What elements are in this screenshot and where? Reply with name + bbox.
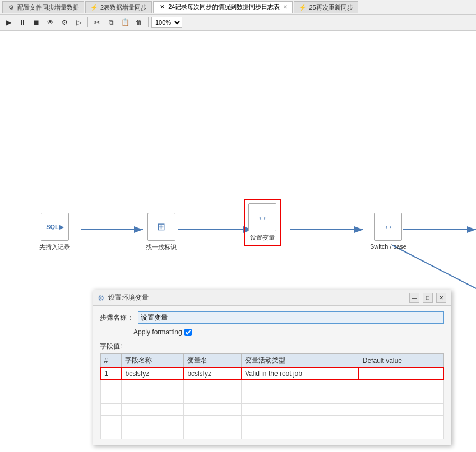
node-set-var-box[interactable]: ↔ <box>248 203 276 231</box>
apply-formatting-checkbox[interactable] <box>184 329 192 336</box>
tab-24log-close[interactable]: ✕ <box>283 4 288 10</box>
toolbar-sep1 <box>87 17 88 27</box>
tab-25resync-label: 25再次重新同步 <box>309 3 353 12</box>
toolbar-pause-btn[interactable]: ⏸ <box>16 16 29 29</box>
toolbar: ▶ ⏸ ⏹ 👁 ⚙ ▷ ✂ ⧉ 📋 🗑 100% 50% 75% 125% 15… <box>0 15 476 30</box>
toolbar-delete-btn[interactable]: 🗑 <box>133 16 145 29</box>
node-switch-box[interactable]: ↔ <box>374 213 402 241</box>
cell-field-name: bcslsfyz <box>122 367 184 380</box>
node-set-var-icon: ↔ <box>257 211 268 224</box>
node-set-var-wrapper: ↔ 设置变量 <box>244 199 281 246</box>
fields-label: 字段值: <box>100 342 444 351</box>
node-find-id-box[interactable]: ⊞ <box>147 213 175 241</box>
table-header-row: # 字段名称 变量名 变量活动类型 Default value <box>100 354 443 368</box>
env-var-table: # 字段名称 变量名 变量活动类型 Default value 1 bcslsf… <box>100 353 444 439</box>
dialog-maximize-btn[interactable]: □ <box>423 293 433 303</box>
toolbar-run-btn[interactable]: ▶ <box>2 16 15 29</box>
table-row-empty-1[interactable] <box>100 380 443 392</box>
toolbar-stop-btn[interactable]: ⏹ <box>30 16 43 29</box>
col-var-type: 变量活动类型 <box>241 354 359 368</box>
tab-24log-label: 24记录每次同步的情况到数据同步日志表 <box>168 3 280 11</box>
tab-2tables[interactable]: ⚡ 2表数据增量同步 <box>85 1 152 13</box>
table-row[interactable]: 1 bcslsfyz bcslsfyz Valid in the root jo… <box>100 367 443 380</box>
tab-2tables-label: 2表数据增量同步 <box>100 3 147 12</box>
node-switch-icon: ↔ <box>383 221 393 233</box>
dialog-set-env-var: ⚙ 设置环境变量 — □ ✕ 步骤名称： Apply formatting 字段… <box>93 290 451 445</box>
dialog-title: 设置环境变量 <box>108 293 406 302</box>
node-insert-record-icon: SQL▶ <box>46 223 63 231</box>
tab-25resync[interactable]: ⚡ 25再次重新同步 <box>294 1 358 13</box>
cell-default <box>359 367 443 380</box>
node-set-var-label: 设置变量 <box>250 234 275 242</box>
node-insert-record-label: 先插入记录 <box>39 243 70 251</box>
step-name-label: 步骤名称： <box>100 313 133 323</box>
dialog-minimize-btn[interactable]: — <box>409 293 419 303</box>
tab-config[interactable]: ⚙ 配置文件同步增量数据 <box>2 1 84 13</box>
tab-25resync-icon: ⚡ <box>299 3 307 11</box>
node-switch-label: Switch / case <box>370 243 406 250</box>
node-set-var[interactable]: ↔ 设置变量 <box>248 203 276 242</box>
col-field-name: 字段名称 <box>122 354 184 368</box>
toolbar-sep2 <box>148 17 149 27</box>
tab-24log[interactable]: ✕ 24记录每次同步的情况到数据同步日志表 ✕ <box>153 1 293 13</box>
table-row-empty-5[interactable] <box>100 427 443 439</box>
node-switch[interactable]: ↔ Switch / case <box>370 213 406 250</box>
tab-config-icon: ⚙ <box>7 3 15 11</box>
zoom-select[interactable]: 100% 50% 75% 125% 150% <box>151 17 182 28</box>
dialog-title-icon: ⚙ <box>98 293 105 302</box>
node-find-id-label: 找一致标识 <box>146 243 177 251</box>
cell-var-name: bcslsfyz <box>183 367 241 380</box>
table-row-empty-3[interactable] <box>100 404 443 416</box>
toolbar-preview-btn[interactable]: 👁 <box>44 16 57 29</box>
toolbar-paste-btn[interactable]: 📋 <box>119 16 131 29</box>
node-find-id[interactable]: ⊞ 找一致标识 <box>146 213 177 251</box>
toolbar-arrow-btn[interactable]: ▷ <box>72 16 85 29</box>
table-row-empty-2[interactable] <box>100 392 443 404</box>
node-insert-record[interactable]: SQL▶ 先插入记录 <box>39 213 70 251</box>
cell-var-type: Valid in the root job <box>241 367 359 380</box>
col-default: Default value <box>359 354 443 368</box>
cell-num: 1 <box>100 367 122 380</box>
step-name-input[interactable] <box>138 311 444 324</box>
apply-formatting-label: Apply formatting <box>133 328 182 336</box>
col-var-name: 变量名 <box>183 354 241 368</box>
svg-line-4 <box>392 245 476 288</box>
dialog-body: 步骤名称： Apply formatting 字段值: # 字段名称 变量名 变… <box>93 306 451 445</box>
col-num: # <box>100 354 122 368</box>
dialog-close-btn[interactable]: ✕ <box>436 293 446 303</box>
node-find-id-icon: ⊞ <box>157 221 165 233</box>
table-row-empty-4[interactable] <box>100 416 443 427</box>
tab-config-label: 配置文件同步增量数据 <box>17 3 79 12</box>
apply-formatting-row: Apply formatting <box>100 328 444 336</box>
toolbar-copy-btn[interactable]: ⧉ <box>105 16 117 29</box>
tab-bar: ⚙ 配置文件同步增量数据 ⚡ 2表数据增量同步 ✕ 24记录每次同步的情况到数据… <box>0 0 476 15</box>
toolbar-cut-btn[interactable]: ✂ <box>91 16 103 29</box>
node-insert-record-box[interactable]: SQL▶ <box>41 213 69 241</box>
tab-2tables-icon: ⚡ <box>90 3 98 11</box>
flow-canvas: SQL▶ 先插入记录 ⊞ 找一致标识 ↔ 设置变量 ↔ Switch / cas… <box>0 31 476 452</box>
dialog-titlebar: ⚙ 设置环境变量 — □ ✕ <box>93 290 451 306</box>
toolbar-settings-btn[interactable]: ⚙ <box>58 16 71 29</box>
tab-24log-icon: ✕ <box>158 3 166 11</box>
step-name-row: 步骤名称： <box>100 311 444 324</box>
